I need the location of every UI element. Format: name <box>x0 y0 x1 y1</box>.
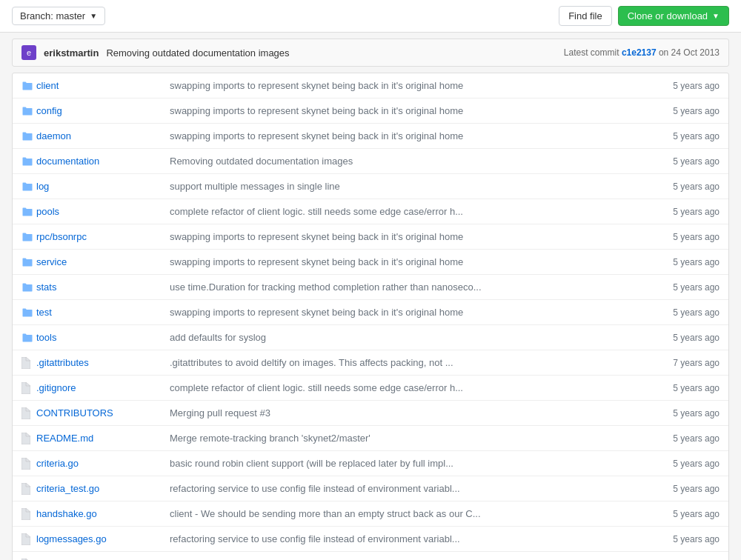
table-row: daemonswapping imports to represent skyn… <box>13 124 728 149</box>
clone-label: Clone or download <box>628 10 708 21</box>
latest-commit-text: Latest commit <box>564 47 619 58</box>
table-row: serviceswapping imports to represent sky… <box>13 250 728 275</box>
table-row: configswapping imports to represent skyn… <box>13 99 728 124</box>
file-commit-message: refactoring service to use config file i… <box>170 483 645 494</box>
file-age: 5 years ago <box>645 509 720 519</box>
file-commit-message: Merge remote-tracking branch 'skynet2/ma… <box>170 433 645 444</box>
file-name[interactable]: client <box>36 80 170 91</box>
branch-label: Branch: <box>20 10 53 21</box>
file-commit-message: swapping imports to represent skynet bei… <box>170 130 645 141</box>
file-name[interactable]: log <box>36 181 170 192</box>
file-name[interactable]: logmessages.go <box>36 533 170 544</box>
file-icon <box>21 357 36 369</box>
file-icon <box>21 407 36 419</box>
folder-icon <box>21 232 36 242</box>
file-name[interactable]: rpc/bsonrpc <box>36 231 170 242</box>
folder-icon <box>21 257 36 267</box>
table-row: logmessages.gorefactoring service to use… <box>13 527 728 552</box>
file-commit-message: complete refactor of client logic. still… <box>170 206 645 217</box>
table-row: handshake.goclient - We should be sendin… <box>13 501 728 527</box>
avatar: e <box>21 45 36 60</box>
file-commit-message: swapping imports to represent skynet bei… <box>170 105 645 116</box>
clone-dropdown-arrow: ▼ <box>712 12 720 20</box>
file-commit-message: .gitattributes to avoid deltify on image… <box>170 357 645 368</box>
file-commit-message: add defaults for syslog <box>170 332 645 343</box>
commit-info-bar: e erikstmartin Removing outdated documen… <box>12 39 729 67</box>
file-name[interactable]: .gitignore <box>36 382 170 393</box>
file-commit-message: swapping imports to represent skynet bei… <box>170 256 645 267</box>
table-row: README.mdMerge remote-tracking branch 's… <box>13 426 728 451</box>
table-row: criteria.gobasic round robin client supp… <box>13 451 728 476</box>
folder-icon <box>21 333 36 343</box>
folder-icon <box>21 207 36 217</box>
table-row: testswapping imports to represent skynet… <box>13 300 728 325</box>
file-commit-message: swapping imports to represent skynet bei… <box>170 231 645 242</box>
commit-date: on 24 Oct 2013 <box>659 47 720 58</box>
file-name[interactable]: CONTRIBUTORS <box>36 407 170 419</box>
file-commit-message: Merging pull request #3 <box>170 407 645 419</box>
file-commit-message: refactoring service to use config file i… <box>170 533 645 544</box>
file-age: 5 years ago <box>645 459 720 469</box>
branch-selector[interactable]: Branch: master ▼ <box>12 7 105 25</box>
table-row: statsuse time.Duration for tracking meth… <box>13 275 728 300</box>
file-name[interactable]: README.md <box>36 433 170 444</box>
file-name[interactable]: service <box>36 256 170 267</box>
file-name[interactable]: criteria.go <box>36 458 170 469</box>
file-name[interactable]: criteria_test.go <box>36 483 170 494</box>
folder-icon <box>21 131 36 141</box>
file-commit-message: swapping imports to represent skynet bei… <box>170 307 645 318</box>
folder-icon <box>21 181 36 192</box>
file-name[interactable]: stats <box>36 281 170 293</box>
find-file-button[interactable]: Find file <box>559 6 612 26</box>
table-row: rpc/bsonrpcswapping imports to represent… <box>13 224 728 250</box>
clone-button[interactable]: Clone or download ▼ <box>618 6 729 26</box>
file-name[interactable]: daemon <box>36 130 170 141</box>
file-table: clientswapping imports to represent skyn… <box>12 73 729 560</box>
file-name[interactable]: documentation <box>36 156 170 167</box>
file-name[interactable]: config <box>36 105 170 116</box>
table-row: toolsadd defaults for syslog5 years ago <box>13 325 728 350</box>
table-row: CONTRIBUTORSMerging pull request #35 yea… <box>13 401 728 426</box>
file-icon <box>21 533 36 545</box>
table-row: criteria_test.gorefactoring service to u… <box>13 476 728 501</box>
commit-message: Removing outdated documentation images <box>106 47 556 59</box>
file-age: 5 years ago <box>645 156 720 167</box>
file-age: 5 years ago <box>645 433 720 444</box>
branch-dropdown-arrow: ▼ <box>90 12 97 20</box>
file-commit-message: complete refactor of client logic. still… <box>170 382 645 393</box>
file-age: 5 years ago <box>645 408 720 419</box>
file-icon <box>21 458 36 470</box>
file-commit-message: use time.Duration for tracking method co… <box>170 281 645 293</box>
table-row: poolscomplete refactor of client logic. … <box>13 199 728 224</box>
file-name[interactable]: handshake.go <box>36 508 170 519</box>
file-age: 5 years ago <box>645 131 720 141</box>
folder-icon <box>21 81 36 91</box>
file-name[interactable]: .gitattributes <box>36 357 170 368</box>
file-age: 5 years ago <box>645 383 720 393</box>
file-age: 5 years ago <box>645 232 720 242</box>
table-row: .gitignorecomplete refactor of client lo… <box>13 376 728 401</box>
file-age: 7 years ago <box>645 358 720 368</box>
file-icon <box>21 508 36 520</box>
folder-icon <box>21 282 36 293</box>
file-commit-message: client - We should be sending more than … <box>170 508 645 519</box>
file-age: 5 years ago <box>645 181 720 192</box>
file-age: 5 years ago <box>645 484 720 494</box>
file-icon <box>21 433 36 444</box>
file-age: 5 years ago <box>645 106 720 116</box>
commit-meta: Latest commit c1e2137 on 24 Oct 2013 <box>564 47 720 58</box>
file-age: 5 years ago <box>645 207 720 217</box>
branch-name: master <box>56 10 85 21</box>
table-row: .gitattributes.gitattributes to avoid de… <box>13 350 728 376</box>
commit-hash[interactable]: c1e2137 <box>622 47 657 58</box>
file-name[interactable]: tools <box>36 332 170 343</box>
top-bar: Branch: master ▼ Find file Clone or down… <box>0 0 741 33</box>
file-commit-message: support multiple messages in single line <box>170 181 645 192</box>
file-age: 5 years ago <box>645 257 720 267</box>
table-row: documentationRemoving outdated documenta… <box>13 149 728 174</box>
file-name[interactable]: pools <box>36 206 170 217</box>
commit-author[interactable]: erikstmartin <box>44 47 99 59</box>
file-age: 5 years ago <box>645 81 720 91</box>
table-row: clientswapping imports to represent skyn… <box>13 73 728 99</box>
file-name[interactable]: test <box>36 307 170 318</box>
